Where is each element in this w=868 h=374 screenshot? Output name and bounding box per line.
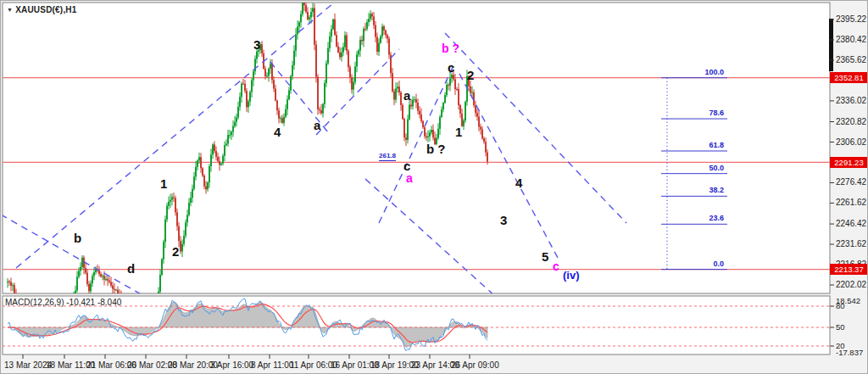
price-scale-marker — [829, 19, 833, 71]
price-chart-canvas[interactable] — [1, 1, 868, 374]
symbol-title-text: XAUUSD(€),H1 — [15, 5, 76, 14]
dropdown-icon: ▼ — [7, 7, 13, 13]
symbol-title[interactable]: ▼XAUUSD(€),H1 — [7, 5, 77, 14]
indicator-label: MACD(12,26,9) -10.421 -8.040 — [5, 298, 121, 307]
chart-window: 100.078.661.850.038.223.60.0261.82395.22… — [0, 0, 868, 374]
